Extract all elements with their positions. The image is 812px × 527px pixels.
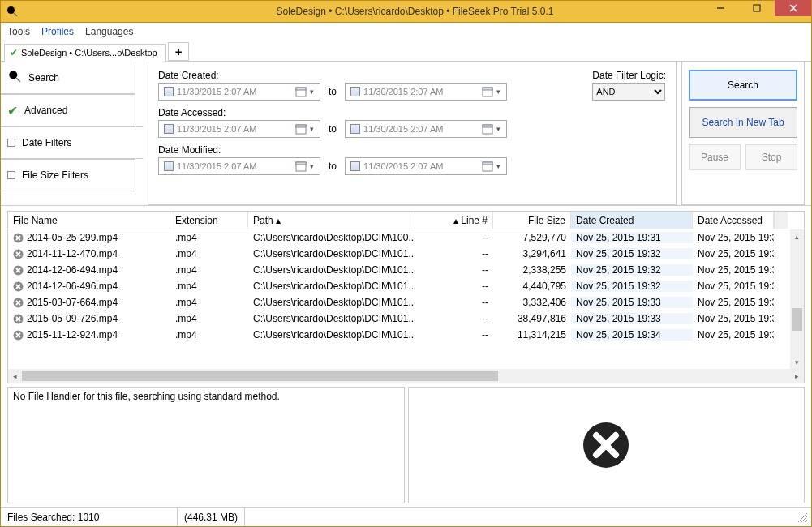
chevron-down-icon[interactable]: ▾ bbox=[496, 88, 505, 96]
calendar-icon[interactable] bbox=[482, 86, 493, 97]
calendar-icon[interactable] bbox=[295, 86, 307, 97]
cell-extension: .mp4 bbox=[170, 264, 248, 276]
cell-line: -- bbox=[415, 264, 493, 276]
menu-languages[interactable]: Languages bbox=[85, 26, 133, 37]
svg-rect-2 bbox=[754, 5, 760, 11]
cell-date-created: Nov 25, 2015 19:31 bbox=[571, 232, 693, 243]
stop-button[interactable]: Stop bbox=[745, 144, 797, 170]
date-accessed-to[interactable]: 11/30/2015 2:07 AM▾ bbox=[345, 120, 507, 138]
file-error-icon bbox=[13, 265, 24, 276]
table-row[interactable]: 2014-12-06-496.mp4.mp4C:\Users\ricardo\D… bbox=[8, 278, 804, 294]
results-table: File Name Extension Path ▴ ▴ Line # File… bbox=[7, 211, 805, 383]
cell-filesize: 3,294,641 bbox=[493, 248, 571, 259]
file-error-icon bbox=[13, 233, 24, 243]
maximize-button[interactable] bbox=[738, 0, 775, 16]
svg-point-5 bbox=[9, 71, 17, 79]
cell-date-accessed: Nov 25, 2015 19:32 bbox=[693, 264, 774, 276]
close-button[interactable] bbox=[775, 0, 811, 16]
scroll-thumb[interactable] bbox=[792, 308, 802, 331]
table-row[interactable]: 2015-11-12-924.mp4.mp4C:\Users\ricardo\D… bbox=[8, 327, 804, 343]
checkbox-icon[interactable] bbox=[164, 87, 174, 96]
svg-rect-17 bbox=[483, 162, 492, 165]
check-icon: ✔ bbox=[7, 103, 18, 118]
search-new-tab-button[interactable]: Search In New Tab bbox=[689, 107, 797, 138]
sidebar-item-file-size-filters[interactable]: File Size Filters bbox=[1, 159, 135, 191]
date-created-to[interactable]: 11/30/2015 2:07 AM▾ bbox=[345, 83, 507, 101]
search-icon bbox=[7, 69, 22, 86]
pause-button[interactable]: Pause bbox=[689, 144, 741, 170]
menu-profiles[interactable]: Profiles bbox=[41, 26, 74, 37]
calendar-icon[interactable] bbox=[482, 123, 493, 135]
date-modified-to[interactable]: 11/30/2015 2:07 AM▾ bbox=[345, 157, 507, 175]
chevron-down-icon[interactable]: ▾ bbox=[310, 88, 318, 96]
cell-line: -- bbox=[415, 329, 493, 341]
scroll-right-icon[interactable]: ▸ bbox=[790, 372, 804, 380]
cell-path: C:\Users\ricardo\Desktop\DCIM\101... bbox=[248, 264, 415, 276]
table-row[interactable]: 2015-05-09-726.mp4.mp4C:\Users\ricardo\D… bbox=[8, 311, 804, 327]
checkbox-icon[interactable] bbox=[350, 124, 360, 134]
cell-path: C:\Users\ricardo\Desktop\DCIM\101... bbox=[248, 313, 415, 324]
sidebar-item-date-filters[interactable]: Date Filters bbox=[1, 126, 144, 159]
cell-date-accessed: Nov 25, 2015 19:32 bbox=[693, 248, 774, 259]
sidebar-item-advanced[interactable]: ✔ Advanced bbox=[1, 94, 135, 126]
date-modified-from[interactable]: 11/30/2015 2:07 AM▾ bbox=[158, 157, 320, 175]
date-filter-logic-select[interactable]: AND bbox=[592, 83, 665, 101]
profile-tab[interactable]: ✔ SoleDesign • C:\Users...o\Desktop bbox=[4, 44, 166, 62]
cell-date-accessed: Nov 25, 2015 19:32 bbox=[693, 281, 774, 292]
table-row[interactable]: 2014-11-12-470.mp4.mp4C:\Users\ricardo\D… bbox=[8, 246, 804, 262]
title-bar[interactable]: SoleDesign • C:\Users\ricardo\Desktop • … bbox=[0, 0, 812, 23]
minimize-button[interactable] bbox=[702, 0, 738, 16]
file-error-icon bbox=[13, 330, 24, 341]
cell-date-created: Nov 25, 2015 19:32 bbox=[571, 248, 693, 259]
calendar-icon[interactable] bbox=[482, 161, 493, 172]
date-filter-logic-label: Date Filter Logic: bbox=[592, 70, 666, 81]
date-created-label: Date Created: bbox=[158, 70, 592, 81]
checkbox-icon[interactable] bbox=[164, 124, 174, 134]
col-path[interactable]: Path ▴ bbox=[248, 212, 415, 229]
sidebar-item-label: File Size Filters bbox=[22, 169, 88, 181]
date-accessed-from[interactable]: 11/30/2015 2:07 AM▾ bbox=[158, 120, 320, 138]
cell-date-created: Nov 25, 2015 19:32 bbox=[571, 281, 693, 292]
col-date-accessed[interactable]: Date Accessed bbox=[693, 212, 774, 229]
col-filename[interactable]: File Name bbox=[8, 212, 170, 229]
scroll-left-icon[interactable]: ◂ bbox=[8, 372, 22, 380]
chevron-down-icon[interactable]: ▾ bbox=[310, 162, 318, 170]
message-panel: No File Handler for this file, searching… bbox=[7, 387, 405, 503]
table-row[interactable]: 2014-05-25-299.mp4.mp4C:\Users\ricardo\D… bbox=[8, 229, 804, 246]
checkbox-icon[interactable] bbox=[164, 161, 174, 171]
new-tab-button[interactable]: + bbox=[168, 42, 190, 61]
cell-date-created: Nov 25, 2015 19:32 bbox=[571, 264, 693, 276]
chevron-down-icon[interactable]: ▾ bbox=[310, 125, 318, 133]
checkbox-icon[interactable] bbox=[350, 161, 360, 171]
horizontal-scrollbar[interactable]: ◂ ▸ bbox=[8, 369, 804, 383]
table-row[interactable]: 2014-12-06-494.mp4.mp4C:\Users\ricardo\D… bbox=[8, 262, 804, 278]
chevron-down-icon[interactable]: ▾ bbox=[496, 162, 505, 170]
date-created-from[interactable]: 11/30/2015 2:07 AM▾ bbox=[158, 83, 320, 101]
vertical-scrollbar[interactable]: ▴ ▾ bbox=[790, 229, 804, 369]
cell-date-accessed: Nov 25, 2015 19:34 bbox=[693, 329, 774, 341]
col-extension[interactable]: Extension bbox=[170, 212, 248, 229]
sidebar-item-search[interactable]: Search bbox=[1, 62, 135, 94]
col-date-created[interactable]: Date Created bbox=[571, 212, 693, 229]
resize-grip-icon[interactable] bbox=[795, 510, 810, 525]
cell-path: C:\Users\ricardo\Desktop\DCIM\101... bbox=[248, 329, 415, 341]
cell-filesize: 2,338,255 bbox=[493, 264, 571, 276]
checkbox-icon[interactable] bbox=[350, 87, 360, 96]
cell-date-accessed: Nov 25, 2015 19:31 bbox=[693, 232, 774, 243]
table-row[interactable]: 2015-03-07-664.mp4.mp4C:\Users\ricardo\D… bbox=[8, 294, 804, 311]
scroll-up-icon[interactable]: ▴ bbox=[790, 229, 804, 243]
scroll-down-icon[interactable]: ▾ bbox=[790, 355, 804, 369]
table-header: File Name Extension Path ▴ ▴ Line # File… bbox=[8, 212, 804, 229]
file-error-icon bbox=[13, 281, 24, 292]
search-button[interactable]: Search bbox=[689, 70, 797, 101]
calendar-icon[interactable] bbox=[295, 123, 307, 135]
square-icon bbox=[7, 171, 15, 179]
menu-tools[interactable]: Tools bbox=[7, 26, 30, 37]
svg-rect-15 bbox=[296, 162, 306, 165]
calendar-icon[interactable] bbox=[295, 161, 307, 172]
col-line[interactable]: ▴ Line # bbox=[415, 212, 493, 229]
tab-label: SoleDesign • C:\Users...o\Desktop bbox=[21, 48, 157, 58]
scroll-thumb[interactable] bbox=[22, 371, 498, 381]
chevron-down-icon[interactable]: ▾ bbox=[496, 125, 505, 133]
col-filesize[interactable]: File Size bbox=[493, 212, 571, 229]
